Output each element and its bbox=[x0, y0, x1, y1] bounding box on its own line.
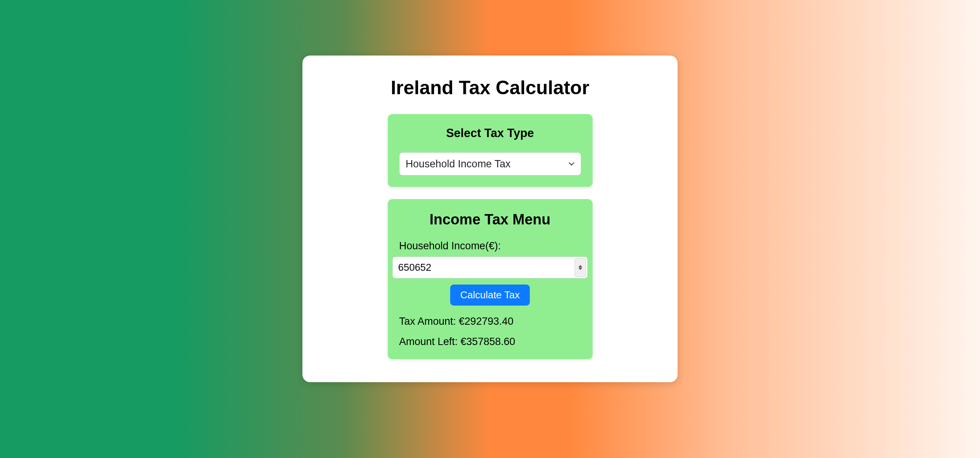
income-input-wrap bbox=[392, 257, 588, 278]
number-spinner[interactable] bbox=[575, 258, 586, 277]
tax-type-heading: Select Tax Type bbox=[399, 126, 581, 140]
tax-type-panel: Select Tax Type Household Income Tax bbox=[388, 114, 593, 187]
tax-amount-result: Tax Amount: €292793.40 bbox=[399, 316, 581, 327]
spinner-up-icon bbox=[578, 265, 582, 267]
income-tax-panel: Income Tax Menu Household Income(€): Cal… bbox=[388, 199, 593, 359]
calculator-card: Ireland Tax Calculator Select Tax Type H… bbox=[302, 56, 678, 382]
income-tax-heading: Income Tax Menu bbox=[399, 211, 581, 228]
spinner-down-icon bbox=[578, 268, 582, 270]
household-income-label: Household Income(€): bbox=[399, 240, 581, 252]
calculate-tax-button[interactable]: Calculate Tax bbox=[450, 285, 530, 306]
amount-left-result: Amount Left: €357858.60 bbox=[399, 336, 581, 348]
tax-type-select[interactable]: Household Income Tax bbox=[399, 152, 581, 175]
page-title: Ireland Tax Calculator bbox=[391, 77, 590, 99]
tax-type-select-wrap: Household Income Tax bbox=[399, 152, 581, 175]
household-income-input[interactable] bbox=[392, 257, 588, 278]
